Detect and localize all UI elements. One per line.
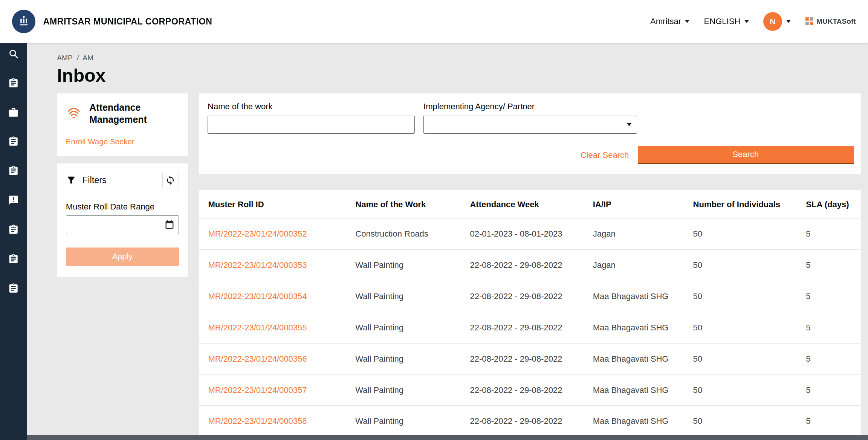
date-range-field xyxy=(66,215,179,234)
attendance-week-cell: 02-01-2023 - 08-01-2023 xyxy=(461,218,584,250)
sidebar-search-icon[interactable] xyxy=(8,48,19,59)
work-name-label: Name of the work xyxy=(208,102,415,112)
sla-cell: 5 xyxy=(797,312,862,343)
col-muster-roll-id: Muster Roll ID xyxy=(199,190,347,218)
sidebar-clipboard-icon[interactable] xyxy=(8,224,19,235)
attendance-card-title: Attendance Management xyxy=(89,102,180,126)
muster-roll-link[interactable]: MR/2022-23/01/24/000358 xyxy=(208,416,307,426)
muster-roll-table-card: Muster Roll ID Name of the Work Attendan… xyxy=(199,190,861,440)
sidebar-message-alert-icon[interactable] xyxy=(8,195,19,206)
city-label: Amritsar xyxy=(650,17,681,26)
agency-select[interactable] xyxy=(423,116,637,134)
sidebar xyxy=(0,43,27,440)
muster-roll-id-cell: MR/2022-23/01/24/000352 xyxy=(199,218,347,250)
breadcrumb-item-amp[interactable]: AMP xyxy=(57,54,72,62)
muster-roll-link[interactable]: MR/2022-23/01/24/000354 xyxy=(208,292,307,301)
col-ia-ip: IA/IP xyxy=(584,190,684,218)
muktasoft-icon xyxy=(805,17,814,26)
table-row: MR/2022-23/01/24/000357 Wall Painting 22… xyxy=(199,374,861,406)
fingerprint-icon xyxy=(65,103,83,125)
ia-ip-cell: Maa Bhagavati SHG xyxy=(584,374,684,406)
left-panel: Attendance Management Enroll Wage Seeker… xyxy=(57,93,188,277)
ia-ip-cell: Maa Bhagavati SHG xyxy=(584,312,684,343)
content-row: Attendance Management Enroll Wage Seeker… xyxy=(57,93,861,440)
horizontal-scrollbar[interactable] xyxy=(27,435,868,440)
work-name-field-group: Name of the work xyxy=(208,102,415,134)
main-content: AMP / AM Inbox Attendance Management Enr… xyxy=(27,43,868,440)
attendance-week-cell: 22-08-2022 - 29-08-2022 xyxy=(461,406,584,437)
filters-header: Filters xyxy=(66,172,179,188)
apply-button[interactable]: Apply xyxy=(66,248,179,266)
muster-roll-link[interactable]: MR/2022-23/01/24/000357 xyxy=(208,385,307,395)
ia-ip-cell: Maa Bhagavati SHG xyxy=(584,281,684,312)
sidebar-clipboard-icon[interactable] xyxy=(8,136,19,147)
avatar[interactable]: N xyxy=(763,12,782,31)
muster-roll-id-cell: MR/2022-23/01/24/000355 xyxy=(199,312,347,343)
work-name-cell: Wall Painting xyxy=(347,312,461,343)
clear-search-link[interactable]: Clear Search xyxy=(581,150,629,160)
muster-table-body: MR/2022-23/01/24/000352 Construction Roa… xyxy=(199,218,861,437)
individuals-cell: 50 xyxy=(684,281,797,312)
col-sla: SLA (days) xyxy=(797,190,862,218)
agency-field-group: Implementing Agency/ Partner xyxy=(423,102,637,134)
user-menu[interactable]: N xyxy=(763,12,791,31)
attendance-week-cell: 22-08-2022 - 29-08-2022 xyxy=(461,374,584,406)
right-panel: Name of the work Implementing Agency/ Pa… xyxy=(199,93,861,440)
sidebar-clipboard-icon[interactable] xyxy=(8,283,19,294)
sla-cell: 5 xyxy=(797,343,862,374)
top-bar: AMRITSAR MUNICIPAL CORPORATION Amritsar … xyxy=(0,0,868,43)
agency-label: Implementing Agency/ Partner xyxy=(423,102,637,112)
work-name-cell: Wall Painting xyxy=(347,250,461,281)
header-right: Amritsar ENGLISH N MUKTASoft xyxy=(650,12,856,31)
muster-roll-link[interactable]: MR/2022-23/01/24/000353 xyxy=(208,260,307,270)
search-form-actions: Clear Search Search xyxy=(208,146,854,164)
muster-roll-link[interactable]: MR/2022-23/01/24/000352 xyxy=(208,229,307,238)
attendance-week-cell: 22-08-2022 - 29-08-2022 xyxy=(461,343,584,374)
ia-ip-cell: Jagan xyxy=(584,218,684,250)
work-name-cell: Wall Painting xyxy=(347,406,461,437)
sla-cell: 5 xyxy=(797,218,862,250)
table-header: Muster Roll ID Name of the Work Attendan… xyxy=(199,190,861,218)
language-selector[interactable]: ENGLISH xyxy=(704,17,749,26)
sidebar-clipboard-icon[interactable] xyxy=(8,254,19,264)
city-selector[interactable]: Amritsar xyxy=(650,17,689,26)
work-name-input[interactable] xyxy=(208,116,415,134)
date-range-input[interactable] xyxy=(66,215,179,234)
org-name: AMRITSAR MUNICIPAL CORPORATION xyxy=(43,17,212,27)
municipal-emblem-logo xyxy=(12,10,35,33)
muster-roll-link[interactable]: MR/2022-23/01/24/000356 xyxy=(208,354,307,364)
work-name-cell: Construction Roads xyxy=(347,218,461,250)
search-form-card: Name of the work Implementing Agency/ Pa… xyxy=(199,93,861,174)
muster-roll-id-cell: MR/2022-23/01/24/000358 xyxy=(199,406,347,437)
refresh-filters-button[interactable] xyxy=(162,172,179,188)
muster-roll-link[interactable]: MR/2022-23/01/24/000355 xyxy=(208,323,307,332)
language-label: ENGLISH xyxy=(704,17,741,26)
ia-ip-cell: Maa Bhagavati SHG xyxy=(584,406,684,437)
brand-name: MUKTASoft xyxy=(816,17,856,26)
date-range-label: Muster Roll Date Range xyxy=(66,202,179,212)
enroll-wage-seeker-link[interactable]: Enroll Wage Seeker xyxy=(66,137,134,146)
sla-cell: 5 xyxy=(797,374,862,406)
filters-card: Filters Muster Roll Date Range Apply xyxy=(57,163,188,277)
table-row: MR/2022-23/01/24/000355 Wall Painting 22… xyxy=(199,312,861,343)
table-row: MR/2022-23/01/24/000358 Wall Painting 22… xyxy=(199,406,861,437)
search-form-fields: Name of the work Implementing Agency/ Pa… xyxy=(208,102,854,134)
muster-roll-id-cell: MR/2022-23/01/24/000354 xyxy=(199,281,347,312)
col-individuals: Number of Individuals xyxy=(684,190,797,218)
muktasoft-logo: MUKTASoft xyxy=(805,17,856,26)
emblem-icon xyxy=(17,14,31,29)
search-button[interactable]: Search xyxy=(638,146,854,164)
sla-cell: 5 xyxy=(797,250,862,281)
header-left: AMRITSAR MUNICIPAL CORPORATION xyxy=(12,10,212,33)
breadcrumb-item-am[interactable]: AM xyxy=(83,54,93,62)
sidebar-briefcase-icon[interactable] xyxy=(8,107,19,118)
individuals-cell: 50 xyxy=(684,343,797,374)
muster-roll-table: Muster Roll ID Name of the Work Attendan… xyxy=(199,190,861,437)
individuals-cell: 50 xyxy=(684,218,797,250)
sidebar-clipboard-icon[interactable] xyxy=(8,165,19,176)
attendance-week-cell: 22-08-2022 - 29-08-2022 xyxy=(461,281,584,312)
individuals-cell: 50 xyxy=(684,374,797,406)
chevron-down-icon xyxy=(744,20,749,23)
sidebar-clipboard-icon[interactable] xyxy=(8,78,19,89)
chevron-down-icon xyxy=(685,20,689,23)
